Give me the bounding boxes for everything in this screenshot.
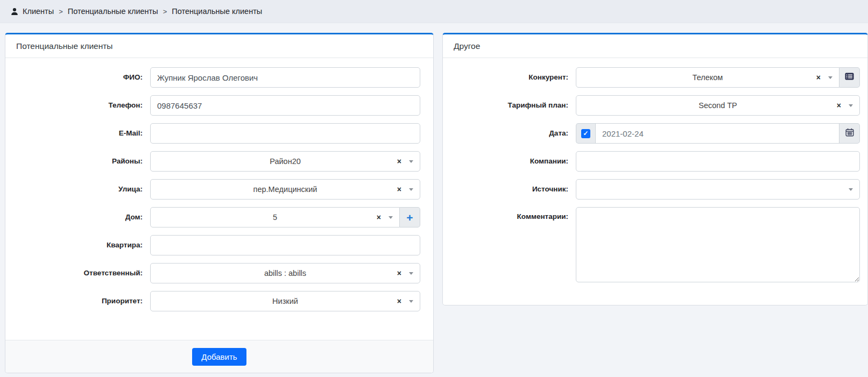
date-label: Дата: bbox=[443, 123, 576, 144]
clear-icon[interactable]: × bbox=[397, 297, 401, 305]
user-icon bbox=[11, 8, 18, 16]
companies-row: Компании: bbox=[443, 151, 867, 172]
chevron-down-icon[interactable] bbox=[409, 188, 413, 191]
responsible-label: Ответственный: bbox=[5, 263, 150, 283]
street-value: пер.Медицинский bbox=[253, 185, 317, 194]
calendar-icon bbox=[845, 128, 854, 139]
source-label: Источник: bbox=[443, 179, 576, 200]
source-row: Источник: bbox=[443, 179, 867, 200]
competitor-value: Телеком bbox=[693, 73, 723, 82]
breadcrumb-separator: > bbox=[59, 8, 63, 16]
card-footer: Добавить bbox=[5, 340, 433, 373]
responsible-value: abills : abills bbox=[264, 269, 306, 278]
add-house-button[interactable]: + bbox=[400, 207, 420, 227]
district-value: Район20 bbox=[270, 157, 301, 166]
street-row: Улица: пер.Медицинский × bbox=[5, 179, 433, 200]
chevron-down-icon[interactable] bbox=[389, 216, 393, 219]
tariff-select[interactable]: Second TP × bbox=[576, 95, 860, 116]
source-select[interactable] bbox=[576, 179, 860, 200]
clear-icon[interactable]: × bbox=[397, 186, 401, 193]
responsible-select[interactable]: abills : abills × bbox=[150, 263, 420, 283]
breadcrumb-item-clients[interactable]: Клиенты bbox=[23, 7, 54, 16]
date-checkbox-wrap: ✓ bbox=[576, 123, 595, 144]
tariff-row: Тарифный план: Second TP × bbox=[443, 95, 867, 116]
priority-select[interactable]: Низкий × bbox=[150, 291, 420, 311]
check-icon: ✓ bbox=[583, 130, 588, 137]
district-select[interactable]: Район20 × bbox=[150, 151, 420, 172]
clear-icon[interactable]: × bbox=[816, 74, 821, 81]
phone-label: Телефон: bbox=[5, 95, 150, 116]
add-button[interactable]: Добавить bbox=[192, 348, 246, 366]
street-label: Улица: bbox=[5, 179, 150, 200]
competitor-select[interactable]: Телеком × bbox=[576, 67, 839, 88]
fio-label: ФИО: bbox=[5, 67, 150, 88]
responsible-row: Ответственный: abills : abills × bbox=[5, 263, 433, 283]
house-row: Дом: 5 × + bbox=[5, 207, 433, 227]
email-row: E-Mail: bbox=[5, 123, 433, 144]
apartment-row: Квартира: bbox=[5, 235, 433, 255]
street-select[interactable]: пер.Медицинский × bbox=[150, 179, 420, 200]
tariff-value: Second TP bbox=[698, 101, 737, 110]
tariff-label: Тарифный план: bbox=[443, 95, 576, 116]
calendar-button[interactable] bbox=[839, 123, 860, 144]
list-alt-icon bbox=[845, 73, 854, 82]
clear-icon[interactable]: × bbox=[377, 214, 381, 221]
house-value: 5 bbox=[273, 213, 277, 222]
breadcrumb-separator: > bbox=[163, 8, 167, 16]
companies-label: Компании: bbox=[443, 151, 576, 172]
chevron-down-icon[interactable] bbox=[409, 300, 413, 303]
plus-icon: + bbox=[406, 212, 413, 223]
breadcrumb-item-current-page: Потенциальные клиенты bbox=[172, 7, 262, 16]
competitor-list-button[interactable] bbox=[839, 67, 860, 88]
apartment-label: Квартира: bbox=[5, 235, 150, 255]
fio-row: ФИО: bbox=[5, 67, 433, 88]
email-label: E-Mail: bbox=[5, 123, 150, 144]
house-label: Дом: bbox=[5, 207, 150, 227]
comments-label: Комментарии: bbox=[443, 207, 576, 221]
priority-row: Приоритет: Низкий × bbox=[5, 291, 433, 311]
other-card: Другое Конкурент: Телеком × bbox=[442, 33, 868, 305]
chevron-down-icon[interactable] bbox=[828, 76, 832, 79]
fio-input[interactable] bbox=[150, 67, 420, 88]
chevron-down-icon[interactable] bbox=[849, 104, 853, 107]
competitor-row: Конкурент: Телеком × bbox=[443, 67, 867, 88]
potential-clients-card: Потенциальные клиенты ФИО: Телефон: E-Ma… bbox=[5, 33, 434, 373]
priority-value: Низкий bbox=[272, 297, 298, 305]
date-row: Дата: ✓ bbox=[443, 123, 867, 144]
district-label: Районы: bbox=[5, 151, 150, 172]
phone-row: Телефон: bbox=[5, 95, 433, 116]
chevron-down-icon[interactable] bbox=[409, 160, 413, 163]
date-input[interactable] bbox=[595, 123, 839, 144]
phone-input[interactable] bbox=[150, 95, 420, 116]
comments-row: Комментарии: bbox=[443, 207, 867, 284]
competitor-label: Конкурент: bbox=[443, 67, 576, 88]
district-row: Районы: Район20 × bbox=[5, 151, 433, 172]
chevron-down-icon[interactable] bbox=[849, 188, 853, 191]
chevron-down-icon[interactable] bbox=[409, 272, 413, 275]
companies-input[interactable] bbox=[576, 151, 860, 172]
house-select[interactable]: 5 × bbox=[150, 207, 400, 227]
card-title: Другое bbox=[443, 34, 867, 58]
email-input[interactable] bbox=[150, 123, 420, 144]
card-title: Потенциальные клиенты bbox=[5, 34, 433, 58]
clear-icon[interactable]: × bbox=[397, 158, 401, 165]
breadcrumb: Клиенты > Потенциальные клиенты > Потенц… bbox=[0, 0, 868, 23]
apartment-input[interactable] bbox=[150, 235, 420, 255]
clear-icon[interactable]: × bbox=[397, 269, 401, 277]
date-checkbox[interactable]: ✓ bbox=[581, 129, 590, 138]
comments-textarea[interactable] bbox=[576, 207, 860, 282]
clear-icon[interactable]: × bbox=[837, 102, 841, 109]
breadcrumb-item-potential-clients[interactable]: Потенциальные клиенты bbox=[68, 7, 158, 16]
priority-label: Приоритет: bbox=[5, 291, 150, 311]
